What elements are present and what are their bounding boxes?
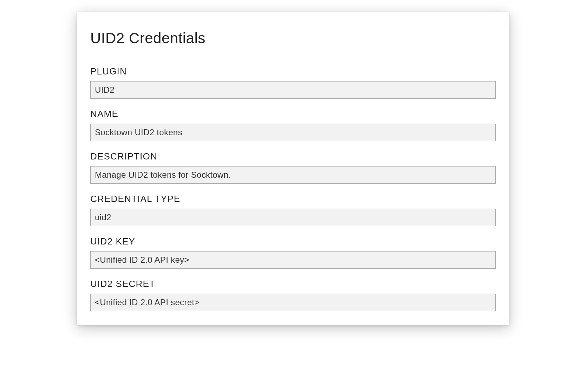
name-input[interactable] [90, 124, 496, 141]
uid2-secret-label: UID2 SECRET [90, 279, 496, 289]
credentials-card: UID2 Credentials PLUGIN NAME DESCRIPTION… [77, 12, 509, 325]
uid2-secret-field-group: UID2 SECRET [90, 279, 496, 311]
description-label: DESCRIPTION [90, 151, 496, 162]
page-title: UID2 Credentials [90, 30, 496, 56]
credential-type-label: CREDENTIAL TYPE [90, 194, 496, 204]
description-field-group: DESCRIPTION [90, 151, 496, 184]
credential-type-input[interactable] [90, 209, 496, 226]
uid2-key-field-group: UID2 KEY [90, 236, 496, 269]
name-field-group: NAME [90, 109, 496, 141]
plugin-field-group: PLUGIN [90, 66, 496, 99]
name-label: NAME [90, 109, 496, 119]
uid2-key-input[interactable] [90, 251, 496, 269]
credential-type-field-group: CREDENTIAL TYPE [90, 194, 496, 226]
uid2-key-label: UID2 KEY [90, 236, 496, 247]
uid2-secret-input[interactable] [90, 294, 496, 311]
description-input[interactable] [90, 166, 496, 184]
plugin-input[interactable] [90, 81, 496, 99]
plugin-label: PLUGIN [90, 66, 496, 77]
